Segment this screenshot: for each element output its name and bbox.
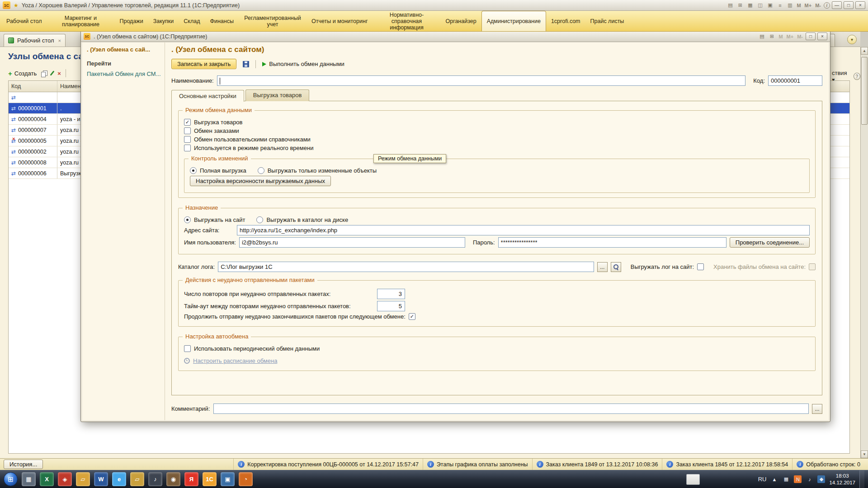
section-tab-administration[interactable]: Администрирование — [481, 11, 546, 31]
dialog-maximize-button[interactable]: □ — [806, 33, 816, 40]
scroll-up-button[interactable]: ▲ — [861, 47, 868, 55]
password-input[interactable]: **************** — [498, 237, 726, 248]
retry-count-input[interactable]: 3 — [377, 289, 405, 299]
info-button[interactable]: i — [824, 2, 830, 9]
scroll-thumb[interactable] — [861, 57, 868, 125]
taskbar-app-icon-ie[interactable]: e — [112, 472, 126, 486]
main-scrollbar[interactable]: ▲ ▼ — [860, 47, 868, 458]
nav-link-batch-exchange[interactable]: Пакетный Обмен для СМ... — [87, 70, 161, 77]
column-header-code[interactable]: Код — [9, 81, 57, 92]
checkbox-export-goods[interactable] — [184, 119, 191, 126]
memory-mplus-button[interactable]: M+ — [804, 3, 813, 8]
tray-icon[interactable]: ▦ — [782, 475, 790, 483]
titlebar-tool-icon[interactable]: ▤ — [726, 2, 734, 9]
scroll-down-button[interactable]: ▼ — [861, 450, 868, 458]
section-tab-regulated-accounting[interactable]: Регламентированный учет — [239, 11, 307, 31]
dialog-close-button[interactable]: × — [817, 33, 827, 40]
run-exchange-button[interactable]: Выполнить обмен данными — [259, 60, 347, 68]
checkbox-continue-failed[interactable] — [409, 313, 415, 320]
workspace-tab-desktop[interactable]: Рабочий стол × — [4, 34, 66, 47]
maximize-button[interactable]: □ — [844, 1, 854, 9]
copy-icon-button[interactable] — [41, 70, 47, 76]
taskbar-app-icon[interactable]: ▦ — [22, 472, 36, 486]
dialog-tool-icon[interactable]: ⊞ — [768, 33, 776, 40]
comment-more-button[interactable]: ... — [812, 404, 822, 414]
check-connection-button[interactable]: Проверить соединение... — [730, 237, 810, 248]
titlebar-tool-icon[interactable]: ≡ — [776, 2, 784, 9]
timeout-input[interactable]: 5 — [377, 301, 405, 311]
language-indicator[interactable]: RU — [758, 476, 767, 483]
tray-icon-volume[interactable]: ♪ — [806, 475, 813, 483]
taskbar-app-icon-media[interactable]: ◔ — [239, 472, 253, 486]
checkbox-order-exchange[interactable] — [184, 127, 191, 134]
section-tab-desktop[interactable]: Рабочий стол — [1, 11, 47, 31]
taskbar-app-icon-word[interactable]: W — [94, 472, 108, 486]
taskbar-app-icon-computer[interactable]: ▣ — [221, 472, 235, 486]
section-tab-finance[interactable]: Финансы — [205, 11, 238, 31]
titlebar-tool-icon[interactable]: ▣ — [766, 2, 774, 9]
memory-m-button[interactable]: M — [796, 3, 802, 8]
tray-icon[interactable]: N — [794, 475, 802, 483]
taskbar-clock[interactable]: 18:03 14.12.2017 — [829, 473, 855, 486]
section-tab-organizer[interactable]: Органайзер — [440, 11, 481, 31]
titlebar-tool-icon[interactable]: ◫ — [756, 2, 764, 9]
taskbar-app-icon-folder[interactable]: ▱ — [130, 472, 144, 486]
taskbar-window-button[interactable] — [686, 474, 700, 485]
titlebar-tool-icon[interactable]: ▦ — [746, 2, 754, 9]
section-tab-price-lists[interactable]: Прайс листы — [585, 11, 629, 31]
favorites-star-icon[interactable]: ★ — [14, 2, 19, 9]
browse-button[interactable]: ... — [597, 262, 608, 272]
tray-icon-hidden-icons[interactable]: ▲ — [770, 475, 778, 483]
edit-pencil-icon-button[interactable] — [50, 70, 55, 75]
delete-icon-button[interactable]: × — [57, 70, 61, 77]
close-button[interactable]: × — [855, 1, 865, 9]
checkbox-realtime[interactable] — [184, 145, 191, 151]
search-icon-button[interactable] — [611, 262, 621, 272]
section-tab-marketing[interactable]: Маркетинг и планирование — [47, 11, 114, 31]
tray-icon[interactable]: ◆ — [817, 475, 825, 483]
username-input[interactable]: i2@b2bsys.ru — [239, 237, 465, 248]
radio-changed-only[interactable] — [258, 167, 264, 174]
site-address-input[interactable]: http://yoza.ru/1c_exchange/index.php — [237, 225, 810, 235]
tab-goods-export[interactable]: Выгрузка товаров — [245, 89, 310, 101]
show-desktop-button[interactable] — [859, 470, 864, 488]
section-tab-purchases[interactable]: Закупки — [148, 11, 179, 31]
checkbox-periodic-exchange[interactable] — [184, 345, 191, 352]
name-input[interactable] — [217, 75, 746, 86]
minimize-button[interactable]: — — [832, 1, 842, 9]
start-button[interactable]: ⊞ — [4, 472, 18, 486]
section-tab-sales[interactable]: Продажи — [114, 11, 148, 31]
history-button[interactable]: История... — [4, 460, 43, 469]
section-tab-warehouse[interactable]: Склад — [179, 11, 205, 31]
section-tab-master-data[interactable]: Нормативно-справочная информация — [373, 11, 440, 31]
create-button[interactable]: + Создать — [8, 70, 37, 77]
titlebar-tool-icon[interactable]: ▥ — [786, 2, 794, 9]
radio-export-to-site[interactable] — [184, 216, 191, 223]
taskbar-app-icon-audio[interactable]: ♪ — [148, 472, 162, 486]
taskbar-app-icon[interactable]: ◈ — [58, 472, 72, 486]
taskbar-app-icon-folder[interactable]: ▱ — [76, 472, 90, 486]
radio-full-export[interactable] — [190, 167, 197, 174]
titlebar-tool-icon[interactable]: ⊞ — [736, 2, 744, 9]
checkbox-upload-log[interactable] — [697, 263, 704, 270]
save-icon-button[interactable] — [240, 60, 252, 68]
save-and-close-button[interactable]: Записать и закрыть — [171, 59, 236, 69]
section-tab-reports[interactable]: Отчеты и мониторинг — [307, 11, 373, 31]
taskbar-app-icon[interactable]: ◉ — [166, 472, 180, 486]
taskbar-app-icon-1c[interactable]: 1С — [203, 472, 217, 486]
code-input[interactable]: 000000001 — [768, 75, 822, 86]
radio-export-to-folder[interactable] — [256, 216, 263, 223]
section-tab-1cprofi[interactable]: 1cprofi.com — [546, 11, 585, 31]
taskbar-app-icon-yandex[interactable]: Я — [184, 472, 198, 486]
memory-mminus-button[interactable]: M- — [814, 3, 822, 8]
service-panel-chevron-button[interactable]: ▾ — [847, 35, 857, 44]
log-folder-input[interactable]: C:\Лог выгрузки 1С — [218, 262, 594, 272]
taskbar-app-icon-excel[interactable]: X — [40, 472, 54, 486]
dialog-tool-icon[interactable]: ▤ — [758, 33, 766, 40]
versioning-settings-button[interactable]: Настройка версионности выгружаемых данны… — [190, 176, 331, 186]
tab-main-settings[interactable]: Основные настройки — [171, 90, 244, 102]
tab-close-icon[interactable]: × — [58, 38, 61, 43]
help-button[interactable]: ? — [854, 73, 860, 80]
comment-input[interactable] — [213, 404, 809, 414]
checkbox-user-catalogs[interactable] — [184, 136, 191, 143]
